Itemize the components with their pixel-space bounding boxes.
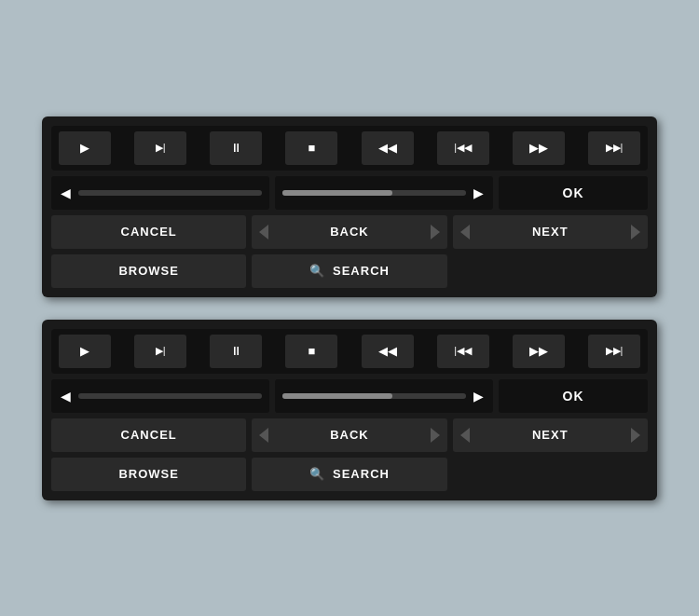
transport-row-1: ▶ ▶| ⏸ ■ ◀◀ |◀◀ ▶▶ ▶▶| [51,126,648,171]
empty-space-2 [453,458,648,491]
stop-button-2[interactable]: ■ [285,335,337,368]
search-icon-2: 🔍 [309,467,325,481]
search-icon-1: 🔍 [309,264,325,278]
back-button-2[interactable]: BACK [252,418,446,452]
search-label-2: SEARCH [333,467,390,481]
remote-panel-1: ▶ ▶| ⏸ ■ ◀◀ |◀◀ ▶▶ ▶▶| ◀ ▶ OK CANCEL BAC… [42,116,657,297]
cancel-button-1[interactable]: CANCEL [51,215,246,249]
browse-button-1[interactable]: BROWSE [51,254,246,288]
browse-row-1: BROWSE 🔍 SEARCH [51,254,648,288]
empty-space-1 [453,254,648,288]
play-next-button-1[interactable]: ▶| [134,131,186,165]
search-button-2[interactable]: 🔍 SEARCH [252,458,446,491]
next-button-2[interactable]: NEXT [453,418,648,452]
action-row-1: CANCEL BACK NEXT [51,215,648,249]
slider-fill-right-2 [282,393,392,399]
ok-section-2: OK [499,379,648,413]
slider-right-arrow-1[interactable]: ▶ [472,184,486,202]
slider-row-1: ◀ ▶ OK [51,176,648,210]
slider-fill-right-1 [282,190,392,196]
rewind-button-2[interactable]: ◀◀ [362,335,414,368]
pause-button-2[interactable]: ⏸ [210,335,262,368]
slider-row-2: ◀ ▶ OK [51,379,648,413]
ok-button-2[interactable]: OK [563,389,584,404]
slider-track-left-2[interactable] [78,393,262,399]
search-label-1: SEARCH [333,264,390,278]
slider-right-2: ▶ [275,379,493,413]
play-button-1[interactable]: ▶ [59,131,111,165]
next-button-1[interactable]: NEXT [453,215,648,249]
ok-button-1[interactable]: OK [563,185,584,200]
action-row-2: CANCEL BACK NEXT [51,418,648,452]
remote-panel-2: ▶ ▶| ⏸ ■ ◀◀ |◀◀ ▶▶ ▶▶| ◀ ▶ OK CANCEL BAC… [42,320,657,500]
fast-forward-button-2[interactable]: ▶▶ [513,335,565,368]
cancel-button-2[interactable]: CANCEL [51,418,246,452]
skip-forward-button-1[interactable]: ▶▶| [588,131,640,165]
slider-left-2: ◀ [51,379,269,413]
rewind-button-1[interactable]: ◀◀ [362,131,414,165]
play-button-2[interactable]: ▶ [59,335,111,368]
fast-forward-button-1[interactable]: ▶▶ [513,131,565,165]
slider-left-arrow-2[interactable]: ◀ [59,387,73,405]
browse-row-2: BROWSE 🔍 SEARCH [51,458,648,491]
ok-section-1: OK [499,176,648,210]
play-next-button-2[interactable]: ▶| [134,335,186,368]
skip-back-button-2[interactable]: |◀◀ [437,335,489,368]
search-button-1[interactable]: 🔍 SEARCH [252,254,446,288]
stop-button-1[interactable]: ■ [285,131,337,165]
slider-left-1: ◀ [51,176,269,210]
back-button-1[interactable]: BACK [252,215,446,249]
pause-button-1[interactable]: ⏸ [210,131,262,165]
slider-left-arrow-1[interactable]: ◀ [59,184,73,202]
slider-track-left-1[interactable] [78,190,262,196]
slider-track-right-1[interactable] [282,190,466,196]
skip-forward-button-2[interactable]: ▶▶| [588,335,640,368]
skip-back-button-1[interactable]: |◀◀ [437,131,489,165]
slider-right-arrow-2[interactable]: ▶ [472,387,486,405]
slider-track-right-2[interactable] [282,393,466,399]
browse-button-2[interactable]: BROWSE [51,458,246,491]
slider-right-1: ▶ [275,176,493,210]
transport-row-2: ▶ ▶| ⏸ ■ ◀◀ |◀◀ ▶▶ ▶▶| [51,329,648,374]
